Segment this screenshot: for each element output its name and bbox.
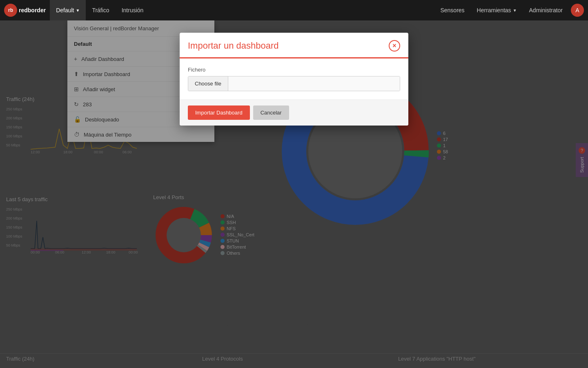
modal-close-button[interactable]: × [389, 40, 400, 52]
logo-icon: rb [4, 4, 17, 17]
modal-overlay: Importar un dashboard × Fichero Choose f… [0, 20, 588, 368]
bg-content: Visión General | redBorder Manager Defau… [0, 20, 588, 368]
modal-body: Fichero Choose file [180, 58, 408, 99]
nav-item-trafico[interactable]: Tráfico [86, 0, 115, 20]
choose-file-button[interactable]: Choose file [188, 76, 228, 91]
nav-item-intrusion[interactable]: Intrusión [116, 0, 150, 20]
nav-item-default[interactable]: Default ▼ [50, 0, 86, 20]
nav-item-sensores[interactable]: Sensores [434, 0, 470, 20]
logo-area: rb redborder [4, 4, 46, 17]
cancel-button[interactable]: Cancelar [253, 105, 289, 120]
file-name-display [228, 76, 400, 91]
import-dashboard-modal: Importar un dashboard × Fichero Choose f… [180, 33, 408, 126]
nav-right: Sensores Herramientas ▼ Administrator A [434, 0, 584, 20]
modal-title: Importar un dashboard [188, 40, 279, 51]
file-field-label: Fichero [188, 67, 400, 73]
user-avatar[interactable]: A [571, 4, 584, 17]
topnav: rb redborder Default ▼ Tráfico Intrusión… [0, 0, 588, 20]
logo-text: redborder [19, 7, 46, 13]
modal-header: Importar un dashboard × [180, 33, 408, 58]
file-input-wrapper: Choose file [188, 76, 400, 91]
nav-item-administrator[interactable]: Administrator [523, 0, 569, 20]
nav-item-herramientas[interactable]: Herramientas ▼ [471, 0, 523, 20]
import-dashboard-button[interactable]: Importar Dashboard [188, 105, 250, 120]
modal-footer: Importar Dashboard Cancelar [180, 99, 408, 126]
